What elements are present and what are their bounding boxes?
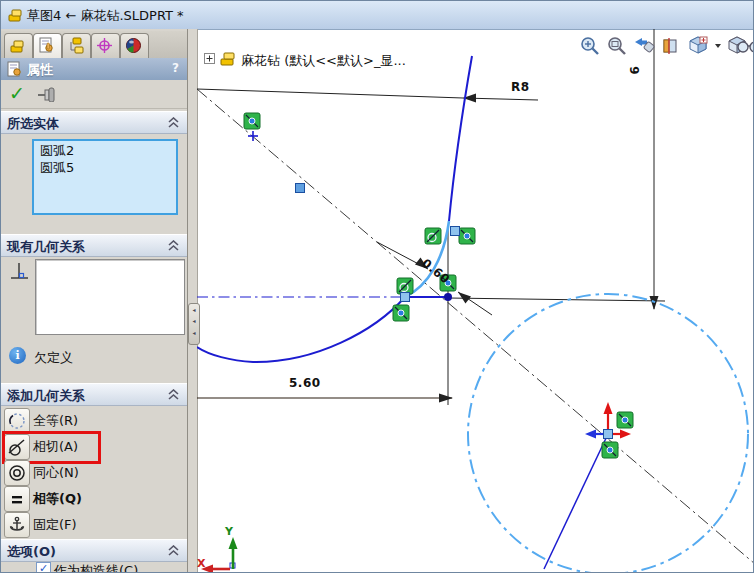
group-title: 现有几何关系 xyxy=(7,238,85,256)
property-icon xyxy=(6,61,23,78)
dimxpert-icon xyxy=(96,37,113,54)
tree-expand-icon[interactable] xyxy=(204,53,216,65)
collapse-chevron-icon xyxy=(168,389,179,400)
title-bar: 草图4 ← 麻花钻.SLDPRT * xyxy=(1,1,754,30)
property-icon xyxy=(38,37,55,54)
sketch-origin-triad xyxy=(201,537,238,573)
part-icon xyxy=(219,50,237,67)
equal-label[interactable]: 相等(Q) xyxy=(33,490,82,508)
fix-label[interactable]: 固定(F) xyxy=(33,516,77,534)
sketch-canvas[interactable] xyxy=(197,29,754,573)
group-options-header[interactable]: 选项(O) xyxy=(1,539,187,562)
perpendicular-icon xyxy=(9,261,31,283)
construction-line-label[interactable]: 作为构造线(C) xyxy=(54,562,138,573)
constraint-coincident-badge[interactable] xyxy=(617,412,633,428)
group-existing-relations-header[interactable]: 现有几何关系 xyxy=(1,234,187,257)
section-view-icon[interactable] xyxy=(660,35,682,57)
circle-center-vertex[interactable] xyxy=(604,430,613,439)
concentric-label[interactable]: 同心(N) xyxy=(33,464,79,482)
definition-status: 欠定义 xyxy=(34,349,73,367)
group-title: 添加几何关系 xyxy=(7,387,85,405)
help-button[interactable]: ? xyxy=(172,61,179,75)
ok-button[interactable]: ✓ xyxy=(9,82,25,104)
collapse-chevron-icon xyxy=(168,545,179,556)
tab-featuremanager[interactable] xyxy=(4,33,33,58)
concentric-icon xyxy=(7,463,27,483)
heads-up-toolbar xyxy=(579,34,754,58)
view-orientation-dropdown-icon[interactable] xyxy=(715,44,721,48)
origin-y-label: Y xyxy=(225,525,233,538)
sketch-endpoint[interactable] xyxy=(444,293,452,301)
panel-title: 属性 xyxy=(27,61,53,79)
list-item[interactable]: 圆弧5 xyxy=(40,160,176,177)
origin-x-label: X xyxy=(197,557,205,570)
diagonal-centerline[interactable] xyxy=(197,89,754,564)
radius-line[interactable] xyxy=(544,434,608,569)
drag-arrow-left[interactable] xyxy=(585,430,596,439)
collapse-chevron-icon xyxy=(168,240,179,251)
property-manager-panel: 属性 ? ✓ 所选实体 圆弧2 圆弧5 现有几何关系 xyxy=(1,29,188,573)
constraint-tangent-badge[interactable] xyxy=(397,278,413,294)
zoom-fit-icon[interactable] xyxy=(579,35,601,57)
propertymanager-header: 属性 ? xyxy=(1,58,187,81)
drag-arrow-up[interactable] xyxy=(604,402,613,414)
previous-view-icon[interactable] xyxy=(633,35,655,57)
group-title: 所选实体 xyxy=(7,115,59,133)
constraint-coincident-badge[interactable] xyxy=(244,113,260,129)
constraint-coincident-badge[interactable] xyxy=(459,228,475,244)
construction-line-checkbox[interactable]: ✓ xyxy=(36,562,51,573)
solidworks-window: 草图4 ← 麻花钻.SLDPRT * xyxy=(0,0,754,573)
equal-button[interactable] xyxy=(4,486,30,512)
sketch-vertex[interactable] xyxy=(401,293,410,302)
zoom-area-icon[interactable] xyxy=(606,35,628,57)
fix-button[interactable] xyxy=(4,512,30,538)
tab-configurationmanager[interactable] xyxy=(62,33,91,58)
app-icon xyxy=(7,7,23,23)
info-icon: i xyxy=(9,347,26,364)
dim-radius-text[interactable]: R8 xyxy=(511,80,530,94)
feature-tree-root[interactable]: 麻花钻 (默认<<默认>_显... xyxy=(241,52,406,70)
view-orientation-icon[interactable] xyxy=(687,35,709,57)
anchor-icon xyxy=(7,515,27,535)
appearance-icon xyxy=(125,37,142,54)
dim-width-text[interactable]: 5.60 xyxy=(289,376,321,390)
constraint-coincident-badge[interactable] xyxy=(393,305,409,321)
pm-actions-row: ✓ xyxy=(1,80,187,109)
arc-lower[interactable] xyxy=(197,297,405,362)
arc-upper[interactable] xyxy=(449,56,472,221)
tab-dimxpertmanager[interactable] xyxy=(91,33,120,58)
coradial-label[interactable]: 全等(R) xyxy=(33,412,78,430)
group-title: 选项(O) xyxy=(7,543,56,561)
list-item[interactable]: 圆弧2 xyxy=(40,143,176,160)
selected-entities-listbox[interactable]: 圆弧2 圆弧5 xyxy=(32,139,178,215)
sketch-point[interactable] xyxy=(296,184,305,193)
window-title: 草图4 ← 麻花钻.SLDPRT * xyxy=(27,7,184,25)
group-selected-entities-header[interactable]: 所选实体 xyxy=(1,111,187,134)
tab-displaymanager[interactable] xyxy=(120,33,149,58)
existing-relations-listbox[interactable] xyxy=(35,259,185,335)
hide-show-items-icon[interactable] xyxy=(737,39,754,59)
sketch-vertex[interactable] xyxy=(451,227,460,236)
concentric-button[interactable] xyxy=(4,460,30,486)
coradial-icon xyxy=(7,411,27,431)
dim-height-text[interactable]: 6 xyxy=(628,66,642,75)
tab-propertymanager[interactable] xyxy=(33,33,62,60)
collapse-chevron-icon xyxy=(168,117,179,128)
equal-icon xyxy=(7,489,27,509)
drag-arrow-right[interactable] xyxy=(620,430,631,439)
manager-tab-strip xyxy=(1,31,187,59)
pin-icon[interactable] xyxy=(37,86,59,102)
constraint-coincident-badge[interactable] xyxy=(602,442,618,458)
configuration-icon xyxy=(67,37,84,54)
constraint-tangent-badge[interactable] xyxy=(425,228,441,244)
group-add-relations-header[interactable]: 添加几何关系 xyxy=(1,383,187,406)
part-icon xyxy=(9,37,26,54)
